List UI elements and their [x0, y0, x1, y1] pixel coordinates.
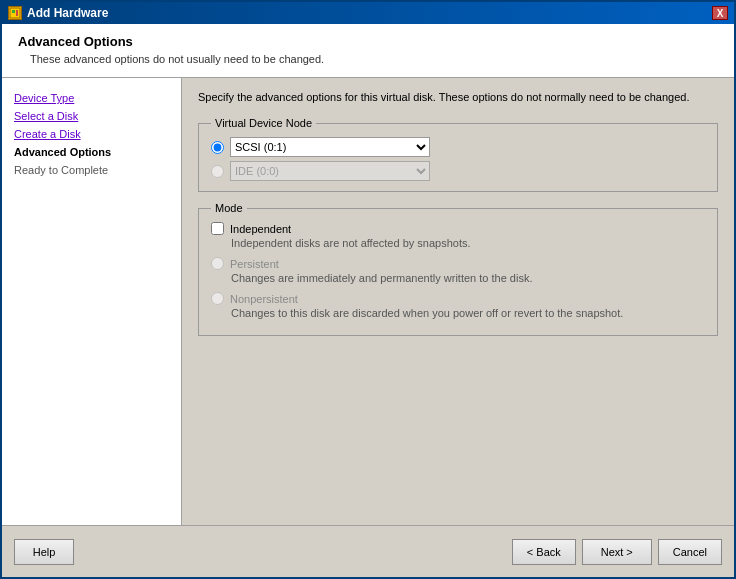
window-icon	[8, 6, 22, 20]
footer-right: < Back Next > Cancel	[512, 539, 722, 565]
svg-rect-2	[16, 10, 18, 16]
sidebar: Device Type Select a Disk Create a Disk …	[2, 78, 182, 525]
close-button[interactable]: X	[712, 6, 728, 20]
sidebar-item-advanced-options: Advanced Options	[10, 144, 173, 160]
virtual-device-node-group: Virtual Device Node SCSI (0:1) IDE (0:0)	[198, 117, 718, 192]
cancel-button[interactable]: Cancel	[658, 539, 722, 565]
scsi-radio-row: SCSI (0:1)	[211, 137, 705, 157]
title-bar-left: Add Hardware	[8, 6, 108, 20]
persistent-row: Persistent	[211, 257, 705, 270]
back-button[interactable]: < Back	[512, 539, 576, 565]
ide-select[interactable]: IDE (0:0)	[230, 161, 430, 181]
persistent-label: Persistent	[230, 258, 279, 270]
next-button[interactable]: Next >	[582, 539, 652, 565]
mode-legend: Mode	[211, 202, 247, 214]
ide-radio[interactable]	[211, 165, 224, 178]
nonpersistent-row: Nonpersistent	[211, 292, 705, 305]
persistent-radio[interactable]	[211, 257, 224, 270]
sidebar-item-device-type[interactable]: Device Type	[10, 90, 173, 106]
independent-row: Independent	[211, 222, 705, 235]
independent-desc: Independent disks are not affected by sn…	[231, 237, 705, 249]
scsi-radio[interactable]	[211, 141, 224, 154]
title-bar: Add Hardware X	[2, 2, 734, 24]
nonpersistent-desc: Changes to this disk are discarded when …	[231, 307, 705, 319]
independent-checkbox[interactable]	[211, 222, 224, 235]
header-subtitle: These advanced options do not usually ne…	[30, 53, 718, 65]
window-title: Add Hardware	[27, 6, 108, 20]
persistent-desc: Changes are immediately and permanently …	[231, 272, 705, 284]
main-content: Specify the advanced options for this vi…	[182, 78, 734, 525]
help-button[interactable]: Help	[14, 539, 74, 565]
virtual-device-node-legend: Virtual Device Node	[211, 117, 316, 129]
svg-rect-1	[12, 10, 15, 13]
main-window: Add Hardware X Advanced Options These ad…	[0, 0, 736, 579]
nonpersistent-radio[interactable]	[211, 292, 224, 305]
scsi-select[interactable]: SCSI (0:1)	[230, 137, 430, 157]
sidebar-item-ready-to-complete: Ready to Complete	[10, 162, 173, 178]
header-title: Advanced Options	[18, 34, 718, 49]
sidebar-item-create-disk[interactable]: Create a Disk	[10, 126, 173, 142]
mode-group: Mode Independent Independent disks are n…	[198, 202, 718, 336]
content-area: Device Type Select a Disk Create a Disk …	[2, 78, 734, 525]
footer: Help < Back Next > Cancel	[2, 525, 734, 577]
header-section: Advanced Options These advanced options …	[2, 24, 734, 78]
nonpersistent-label: Nonpersistent	[230, 293, 298, 305]
independent-label: Independent	[230, 223, 291, 235]
sidebar-item-select-disk[interactable]: Select a Disk	[10, 108, 173, 124]
description-text: Specify the advanced options for this vi…	[198, 90, 718, 105]
ide-radio-row: IDE (0:0)	[211, 161, 705, 181]
